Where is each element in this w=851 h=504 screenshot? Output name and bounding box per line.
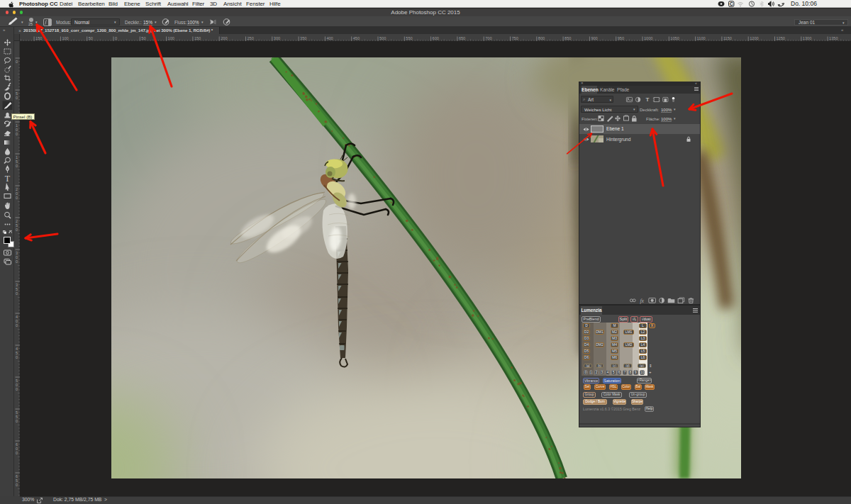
svg-text:0: 0 <box>16 60 18 64</box>
svg-text:0: 0 <box>16 96 18 100</box>
svg-text:250: 250 <box>247 36 254 40</box>
svg-text:0: 0 <box>16 164 18 168</box>
svg-text:0: 0 <box>16 323 18 327</box>
svg-text:500: 500 <box>379 36 386 40</box>
svg-text:0: 0 <box>16 259 18 264</box>
svg-text:1350: 1350 <box>829 36 838 40</box>
svg-text:50: 50 <box>89 36 93 40</box>
svg-text:800: 800 <box>538 36 545 40</box>
svg-text:900: 900 <box>591 36 597 40</box>
svg-text:1150: 1150 <box>723 36 732 40</box>
svg-text:T: T <box>645 96 649 103</box>
svg-text:550: 550 <box>406 36 412 40</box>
svg-text:600: 600 <box>433 36 439 40</box>
svg-text:200: 200 <box>221 36 227 40</box>
svg-text:750: 750 <box>512 36 518 40</box>
svg-text:0: 0 <box>16 196 18 200</box>
svg-text:0: 0 <box>16 387 18 391</box>
svg-text:0: 0 <box>16 451 18 455</box>
svg-text:850: 850 <box>564 36 571 40</box>
svg-text:0: 0 <box>16 228 18 232</box>
svg-text:950: 950 <box>618 36 624 40</box>
svg-text:0: 0 <box>16 355 18 359</box>
svg-text:700: 700 <box>485 36 491 40</box>
svg-text:150: 150 <box>35 36 42 40</box>
svg-text:650: 650 <box>459 36 465 40</box>
svg-text:1200: 1200 <box>750 36 758 40</box>
svg-text:0: 0 <box>16 291 18 296</box>
svg-text:1300: 1300 <box>803 36 811 40</box>
svg-text:fx: fx <box>640 298 644 304</box>
svg-text:400: 400 <box>326 36 333 40</box>
svg-text:0: 0 <box>16 483 18 487</box>
svg-text:C: C <box>730 1 733 6</box>
svg-text:100: 100 <box>168 36 174 40</box>
svg-text:1250: 1250 <box>777 36 785 40</box>
svg-text:100: 100 <box>62 36 68 40</box>
svg-text:300: 300 <box>274 36 280 40</box>
svg-text:1050: 1050 <box>670 36 679 40</box>
svg-text:1100: 1100 <box>697 36 706 40</box>
svg-text:50: 50 <box>141 36 145 40</box>
svg-text:T: T <box>5 174 11 184</box>
svg-text:0: 0 <box>115 36 117 40</box>
svg-text:450: 450 <box>353 36 360 40</box>
svg-text:1000: 1000 <box>644 36 652 40</box>
svg-text:0: 0 <box>16 419 18 423</box>
svg-text:0: 0 <box>16 132 18 136</box>
svg-text:150: 150 <box>194 36 201 40</box>
svg-text:350: 350 <box>300 36 306 40</box>
